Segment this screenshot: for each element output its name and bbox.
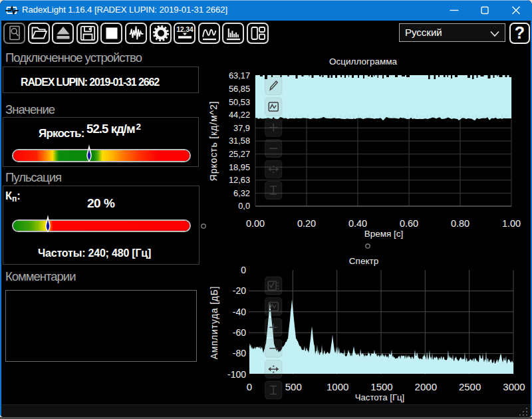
svg-text:12.34: 12.34 xyxy=(176,26,193,33)
svg-text:Частота [Гц]: Частота [Гц] xyxy=(355,392,405,402)
svg-text:31,58: 31,58 xyxy=(229,136,250,146)
svg-text:25,27: 25,27 xyxy=(229,149,250,159)
svg-text:-80: -80 xyxy=(233,348,246,358)
svg-text:56,85: 56,85 xyxy=(229,84,250,94)
svg-text:Осциллограмма: Осциллограмма xyxy=(329,57,397,67)
svg-text:50,53: 50,53 xyxy=(229,97,250,107)
svg-text:-60: -60 xyxy=(233,327,246,338)
svg-text:2500: 2500 xyxy=(459,381,481,392)
svg-text:-20: -20 xyxy=(233,285,246,296)
svg-text:2000: 2000 xyxy=(415,381,437,392)
svg-text:0: 0 xyxy=(247,381,252,392)
svg-text:0,0: 0,0 xyxy=(238,201,250,211)
svg-text:44,22: 44,22 xyxy=(229,110,250,120)
svg-text:0.80: 0.80 xyxy=(451,218,469,229)
svg-text:12,63: 12,63 xyxy=(229,175,250,185)
svg-text:0.40: 0.40 xyxy=(348,218,367,229)
svg-text:Яркость [кд/м^2]: Яркость [кд/м^2] xyxy=(208,101,219,182)
svg-text:0.60: 0.60 xyxy=(400,218,418,229)
svg-text:6,32: 6,32 xyxy=(233,188,250,198)
svg-text:1.00: 1.00 xyxy=(502,218,521,229)
svg-text:0: 0 xyxy=(241,265,246,275)
svg-text:63,17: 63,17 xyxy=(229,70,250,80)
svg-text:0.00: 0.00 xyxy=(246,218,265,229)
svg-text:1500: 1500 xyxy=(370,381,392,392)
svg-text:-40: -40 xyxy=(233,307,246,317)
svg-text:18,95: 18,95 xyxy=(229,162,250,172)
svg-text:0.20: 0.20 xyxy=(297,218,316,229)
svg-text:500: 500 xyxy=(285,381,302,392)
svg-text:Амплитуда [дБ]: Амплитуда [дБ] xyxy=(209,286,219,359)
svg-text:37,9: 37,9 xyxy=(233,123,250,133)
svg-text:1000: 1000 xyxy=(327,381,348,392)
svg-text:3000: 3000 xyxy=(503,381,525,392)
svg-text:Время [с]: Время [с] xyxy=(364,229,404,239)
svg-text:Спектр: Спектр xyxy=(349,256,378,266)
svg-text:-100: -100 xyxy=(227,369,246,380)
